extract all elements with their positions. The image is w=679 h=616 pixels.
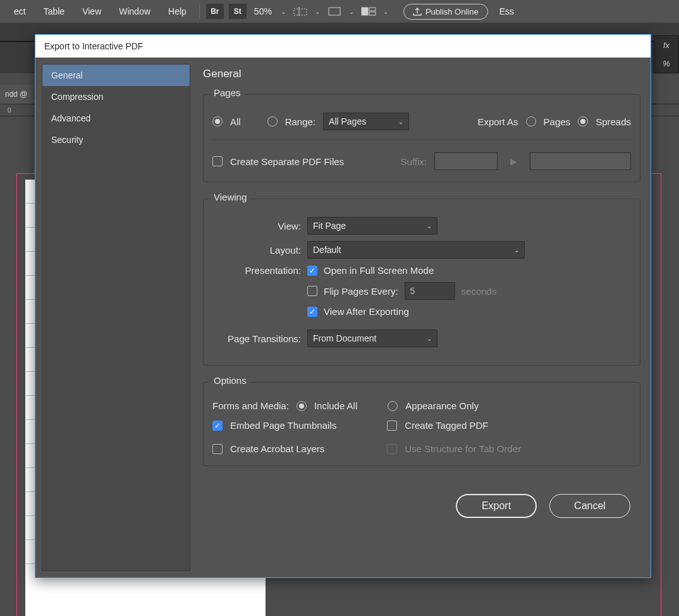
menu-view[interactable]: View: [73, 0, 110, 23]
view-value: Fit Page: [313, 221, 346, 231]
transitions-select[interactable]: From Document ⌄: [307, 330, 437, 347]
dialog-sidebar: General Compression Advanced Security: [42, 64, 190, 571]
chevron-down-icon[interactable]: ⌄: [349, 8, 354, 15]
dialog-content: General Pages All Range: All Pages ⌄ Exp…: [190, 58, 651, 577]
radio-pages-all[interactable]: [212, 116, 223, 126]
label-spreads: Spreads: [596, 116, 631, 127]
sidebar-item-compression[interactable]: Compression: [42, 86, 190, 108]
export-pdf-dialog: Export to Interactive PDF General Compre…: [35, 34, 651, 578]
ruler-origin: 0: [8, 107, 11, 114]
view-options-icon[interactable]: [291, 4, 310, 18]
suffix-input-1: [434, 152, 498, 170]
export-button[interactable]: Export: [456, 494, 537, 518]
chevron-down-icon: ⌄: [427, 335, 432, 342]
publish-online-button[interactable]: Publish Online: [403, 4, 488, 20]
label-suffix: Suffix:: [401, 156, 427, 167]
percent-icon[interactable]: %: [663, 59, 670, 68]
label-appearance-only: Appearance Only: [405, 400, 479, 411]
label-presentation: Presentation:: [212, 265, 301, 276]
document-tab[interactable]: ndd @: [0, 85, 33, 104]
label-transitions: Page Transitions:: [212, 333, 301, 344]
screen-mode-icon[interactable]: [325, 4, 344, 18]
flip-seconds-input[interactable]: 5: [405, 282, 455, 300]
range-select[interactable]: All Pages ⌄: [323, 113, 409, 130]
label-range: Range:: [285, 116, 315, 127]
label-forms: Forms and Media:: [212, 400, 289, 411]
layout-select[interactable]: Default ⌄: [307, 241, 525, 259]
label-tagged-pdf: Create Tagged PDF: [405, 420, 488, 431]
label-include-all: Include All: [314, 400, 357, 411]
svg-rect-4: [369, 8, 376, 11]
suffix-arrow-icon: ▶: [505, 156, 522, 166]
options-legend: Options: [210, 375, 250, 386]
chk-full-screen[interactable]: [307, 266, 317, 276]
chevron-down-icon[interactable]: ⌄: [383, 8, 388, 15]
menubar-divider: [199, 4, 200, 18]
view-select[interactable]: Fit Page ⌄: [307, 217, 437, 235]
chk-flip-pages[interactable]: [307, 286, 317, 296]
label-flip-pages: Flip Pages Every:: [324, 286, 398, 297]
chk-view-after[interactable]: [307, 307, 317, 317]
svg-rect-5: [369, 12, 376, 15]
label-tab-order: Use Structure for Tab Order: [405, 443, 521, 454]
workspace-label[interactable]: Ess: [499, 6, 514, 16]
chk-acrobat-layers[interactable]: [212, 444, 223, 454]
upload-icon: [413, 7, 422, 16]
svg-rect-3: [362, 8, 368, 15]
suffix-input-2: [530, 152, 631, 170]
publish-online-label: Publish Online: [425, 7, 479, 16]
label-seconds: seconds: [462, 286, 497, 297]
radio-include-all[interactable]: [297, 401, 307, 411]
stock-button[interactable]: St: [229, 4, 247, 19]
arrange-icon[interactable]: [359, 4, 378, 18]
label-view: View:: [212, 221, 301, 231]
radio-pages-range[interactable]: [267, 116, 278, 126]
dialog-title: Export to Interactive PDF: [35, 35, 651, 58]
chevron-down-icon: ⌄: [514, 247, 519, 254]
label-export-as: Export As: [477, 116, 518, 127]
range-value: All Pages: [329, 116, 366, 126]
bridge-button[interactable]: Br: [206, 4, 224, 19]
fx-icon[interactable]: fx: [663, 40, 670, 50]
label-view-after: View After Exporting: [324, 306, 409, 317]
chevron-down-icon: ⌄: [398, 118, 403, 125]
pages-legend: Pages: [210, 87, 245, 98]
radio-export-spreads[interactable]: [578, 116, 588, 126]
pages-divider: [212, 139, 631, 140]
menu-window[interactable]: Window: [110, 0, 159, 23]
chk-tab-order: [387, 444, 397, 454]
zoom-chevron-icon[interactable]: ⌄: [281, 8, 286, 15]
right-panel-stub: fx %: [654, 35, 679, 73]
radio-export-pages[interactable]: [526, 116, 536, 126]
svg-rect-0: [294, 9, 307, 15]
chk-embed-thumbs[interactable]: [212, 421, 223, 431]
label-all: All: [230, 116, 241, 127]
pages-group: Pages All Range: All Pages ⌄ Export As P…: [203, 94, 640, 182]
zoom-level[interactable]: 50%: [254, 6, 272, 16]
app-menubar: ect Table View Window Help Br St 50% ⌄ ⌄…: [0, 0, 679, 23]
menu-help[interactable]: Help: [159, 0, 195, 23]
label-embed-thumbs: Embed Page Thumbnails: [230, 420, 336, 431]
radio-appearance-only[interactable]: [388, 401, 398, 411]
label-full-screen: Open in Full Screen Mode: [324, 265, 434, 276]
chevron-down-icon: ⌄: [427, 223, 432, 230]
chk-tagged-pdf[interactable]: [387, 421, 397, 431]
viewing-legend: Viewing: [210, 192, 250, 202]
panel-title: General: [203, 68, 640, 80]
label-pages: Pages: [544, 116, 571, 127]
layout-value: Default: [313, 245, 341, 255]
dialog-buttons: Export Cancel: [203, 483, 640, 518]
sidebar-item-advanced[interactable]: Advanced: [42, 108, 190, 129]
sidebar-item-security[interactable]: Security: [42, 129, 190, 151]
chk-create-separate[interactable]: [212, 156, 223, 166]
label-create-separate: Create Separate PDF Files: [230, 156, 344, 167]
label-layout: Layout:: [212, 245, 301, 256]
svg-rect-2: [329, 8, 340, 15]
menu-table[interactable]: Table: [35, 0, 73, 23]
menu-object[interactable]: ect: [5, 0, 35, 23]
cancel-button[interactable]: Cancel: [549, 494, 630, 518]
chevron-down-icon[interactable]: ⌄: [315, 8, 320, 15]
label-acrobat-layers: Create Acrobat Layers: [230, 443, 324, 454]
sidebar-item-general[interactable]: General: [42, 65, 190, 86]
options-group: Options Forms and Media: Include All App…: [203, 382, 640, 466]
